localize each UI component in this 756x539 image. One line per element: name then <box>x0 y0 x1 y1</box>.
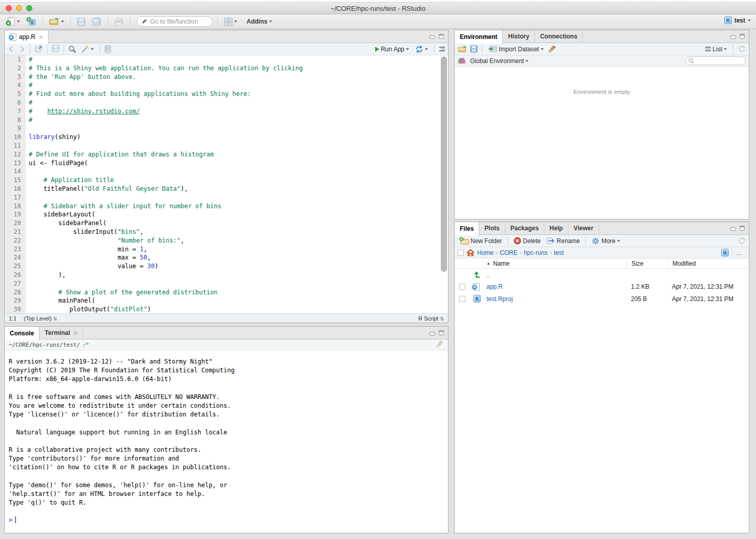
tab-viewer[interactable]: Viewer <box>568 222 599 234</box>
maximize-pane-icon[interactable] <box>439 330 444 335</box>
parent-directory-link[interactable]: .. <box>486 271 627 278</box>
file-checkbox[interactable] <box>459 296 465 302</box>
save-all-button[interactable] <box>90 16 103 27</box>
open-file-button[interactable] <box>48 16 66 27</box>
home-icon[interactable] <box>466 249 475 256</box>
code-line: 25 value = 30) <box>5 262 448 271</box>
close-tab-icon[interactable]: × <box>39 33 43 41</box>
new-project-button[interactable]: R <box>25 16 38 27</box>
file-link-test-rproj[interactable]: test.Rproj <box>486 295 627 303</box>
minimize-pane-icon[interactable] <box>730 35 736 39</box>
refresh-files-icon[interactable] <box>738 237 746 245</box>
console-line <box>9 419 444 428</box>
code-text: # Define UI for application that draws a… <box>26 150 214 159</box>
rerun-button[interactable] <box>414 44 430 54</box>
maximize-pane-icon[interactable] <box>740 34 745 39</box>
environment-search-box[interactable] <box>685 56 746 65</box>
code-text: # the 'Run App' button above. <box>26 73 136 82</box>
tab-files[interactable]: Files <box>455 222 479 235</box>
project-name: test <box>734 17 745 24</box>
breadcrumb-item-hpc-runs[interactable]: hpc-runs <box>524 249 548 256</box>
document-outline-icon[interactable] <box>439 47 445 51</box>
code-tools-button[interactable] <box>79 44 95 54</box>
separator <box>130 17 130 26</box>
select-all-checkbox[interactable] <box>458 250 464 256</box>
environment-scope-selector[interactable]: Global Environment <box>468 56 530 66</box>
column-size[interactable]: Size <box>627 258 668 268</box>
tab-packages[interactable]: Packages <box>505 222 544 234</box>
delete-button[interactable]: Delete <box>512 236 542 246</box>
r-file-icon <box>10 33 16 41</box>
tab-environment[interactable]: Environment <box>455 30 503 44</box>
files-table-header: ▲Name Size Modified <box>455 258 749 269</box>
goto-directory-icon[interactable] <box>83 342 90 348</box>
addins-caret-icon <box>269 21 272 23</box>
goto-file-function-box[interactable] <box>137 16 213 27</box>
minimize-pane-icon[interactable] <box>430 332 435 335</box>
plots-tab-label: Plots <box>484 225 499 232</box>
separator <box>217 17 218 26</box>
go-to-directory-button[interactable]: ... <box>732 247 746 258</box>
breadcrumb-item-home[interactable]: Home <box>477 249 494 256</box>
save-source-icon[interactable] <box>52 45 59 52</box>
line-number: 6 <box>5 98 26 107</box>
maximize-pane-icon[interactable] <box>439 34 444 39</box>
editor-scrollbar-thumb[interactable] <box>441 56 447 272</box>
close-terminal-icon[interactable]: × <box>73 329 77 337</box>
column-name[interactable]: ▲Name <box>455 260 627 267</box>
open-file-caret-icon <box>61 21 64 23</box>
import-dataset-button[interactable]: Import Dataset <box>486 44 545 54</box>
open-in-new-window-icon[interactable] <box>34 45 43 53</box>
tab-history[interactable]: History <box>503 30 535 43</box>
project-directory-icon[interactable]: R <box>721 249 729 256</box>
goto-file-function-input[interactable] <box>150 18 207 25</box>
maximize-pane-icon[interactable] <box>740 226 745 231</box>
find-icon[interactable] <box>68 45 76 53</box>
save-workspace-icon[interactable] <box>470 45 478 53</box>
code-editor[interactable]: 1#2# This is a Shiny web application. Yo… <box>5 55 448 314</box>
run-app-button[interactable]: Run App <box>374 45 411 54</box>
forward-icon[interactable] <box>18 46 26 53</box>
clear-console-icon[interactable] <box>436 340 444 348</box>
console-prompt-row[interactable]: > <box>9 516 444 525</box>
rename-button[interactable]: Rename <box>545 236 581 246</box>
tab-plots[interactable]: Plots <box>479 222 505 234</box>
file-link-app-r[interactable]: app.R <box>486 283 627 290</box>
file-type-selector[interactable]: R Script ⇅ <box>418 315 444 322</box>
tab-console[interactable]: Console <box>5 327 39 340</box>
new-file-button[interactable] <box>4 16 22 27</box>
minimize-pane-icon[interactable] <box>730 227 736 231</box>
environment-pane: Environment History Connections Import D… <box>454 30 749 219</box>
tab-help[interactable]: Help <box>544 222 568 234</box>
save-button[interactable] <box>75 16 87 27</box>
breadcrumb-item-test[interactable]: test <box>554 249 563 256</box>
tab-connections[interactable]: Connections <box>535 30 583 43</box>
breadcrumb-item-core[interactable]: CORE <box>500 249 518 256</box>
environment-window-buttons <box>730 34 745 39</box>
tab-app-r[interactable]: app.R × <box>5 30 49 44</box>
load-workspace-icon[interactable] <box>458 45 467 53</box>
console-output[interactable]: R version 3.6.2 (2019-12-12) -- "Dark an… <box>5 350 448 525</box>
code-text: # Sidebar with a slider input for number… <box>26 202 221 211</box>
tab-terminal[interactable]: Terminal × <box>39 327 83 339</box>
addins-button[interactable]: Addins <box>245 17 274 26</box>
minimize-pane-icon[interactable] <box>430 35 435 39</box>
code-line: 4# <box>5 81 448 90</box>
breadcrumb-separator-icon: › <box>496 249 498 256</box>
back-icon[interactable] <box>8 46 15 53</box>
clear-environment-icon[interactable] <box>548 45 556 53</box>
new-folder-button[interactable]: New Folder <box>458 236 503 246</box>
working-directory: ~/CORE/hpc-runs/test/ <box>9 342 80 348</box>
environment-search-input[interactable] <box>696 58 742 64</box>
file-checkbox[interactable] <box>459 284 465 290</box>
more-button[interactable]: More <box>590 236 621 246</box>
scope-selector[interactable]: (Top Level) ⇅ <box>24 315 57 322</box>
refresh-environment-icon[interactable] <box>738 45 746 53</box>
compile-report-icon[interactable] <box>104 45 112 53</box>
panes-layout-button[interactable] <box>222 16 239 27</box>
project-menu-button[interactable]: R test <box>724 16 751 24</box>
print-button[interactable] <box>113 16 125 27</box>
code-line: 29 mainPanel( <box>5 296 448 305</box>
column-modified[interactable]: Modified <box>668 258 749 268</box>
list-view-button[interactable]: List <box>704 45 728 54</box>
